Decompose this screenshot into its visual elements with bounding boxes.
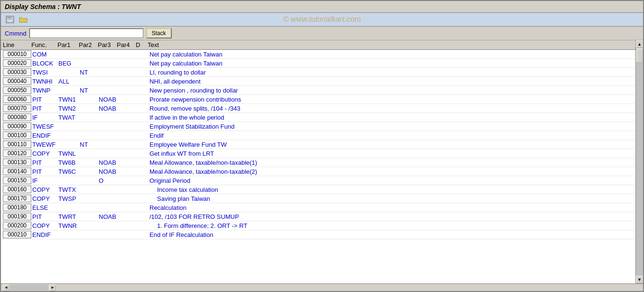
cell-par3: O: [98, 177, 117, 184]
cell-func: ELSE: [31, 204, 57, 211]
cell-text: Saving plan Taiwan: [148, 195, 634, 202]
table-row[interactable]: 000170 COPY TWSP Saving plan Taiwan: [1, 194, 635, 203]
svg-rect-1: [7, 16, 12, 19]
cell-line: 000140: [3, 168, 31, 175]
cell-par1: TW6B: [57, 159, 79, 166]
cell-par3: NOAB: [98, 96, 117, 103]
cell-text: New pension , rounding to dollar: [148, 87, 634, 94]
cell-par2: NT: [79, 87, 98, 94]
cell-func: IF: [31, 177, 57, 184]
header-par2: Par2: [79, 41, 98, 48]
table-row[interactable]: 000010 COM Net pay calculation Taiwan: [1, 50, 635, 59]
cell-line: 000030: [3, 68, 31, 76]
scroll-up-arrow[interactable]: ▲: [636, 40, 644, 48]
header-text: Text: [148, 41, 634, 48]
table-row[interactable]: 000060 PIT TWN1 NOAB Prorate newpension …: [1, 95, 635, 104]
table-row[interactable]: 000070 PIT TWN2 NOAB Round, remove split…: [1, 104, 635, 113]
scroll-down-arrow[interactable]: ▼: [636, 276, 644, 283]
stack-button[interactable]: Stack: [146, 28, 172, 38]
cell-text: Endif: [148, 132, 634, 139]
cell-line: 000190: [3, 213, 31, 220]
table-row[interactable]: 000020 BLOCK BEG Net pay calculation Tai…: [1, 59, 635, 68]
table-row[interactable]: 000040 TWNHI ALL NHI, all dependent: [1, 77, 635, 86]
cell-func: TWSI: [31, 69, 57, 76]
cell-func: COM: [31, 51, 57, 58]
table-row[interactable]: 000050 TWNP NT New pension , rounding to…: [1, 86, 635, 95]
cell-func: ENDIF: [31, 231, 57, 238]
header-par1: Par1: [57, 41, 79, 48]
header-par3: Par3: [98, 41, 117, 48]
table-row[interactable]: 000140 PIT TW6C NOAB Meal Allowance, tax…: [1, 167, 635, 176]
cell-par3: NOAB: [98, 105, 117, 112]
cell-line: 000200: [3, 222, 31, 229]
cell-func: ENDIF: [31, 132, 57, 139]
watermark: © www.tutorialkart.com: [283, 15, 361, 24]
cell-text: LI, rounding to dollar: [148, 69, 634, 76]
cell-par1: BEG: [57, 60, 79, 67]
cell-func: PIT: [31, 159, 57, 166]
save-icon[interactable]: [5, 15, 15, 24]
cell-text: Round, remove splits, /104 - /343: [148, 105, 634, 112]
main-window: Display Schema : TWNT © www.tutorialkart…: [0, 0, 644, 292]
cell-line: 000120: [3, 150, 31, 157]
table-row[interactable]: 000080 IF TWAT If active in the whole pe…: [1, 113, 635, 122]
cell-line: 000070: [3, 104, 31, 112]
scroll-right-arrow[interactable]: ►: [49, 284, 56, 291]
toolbar-icons: [5, 15, 28, 24]
cell-text: Net pay calculation Taiwan: [148, 60, 634, 67]
cell-par2: NT: [79, 141, 98, 148]
bottom-scroll: ◄ ►: [3, 284, 56, 291]
cell-func: COPY: [31, 222, 57, 229]
h-scroll-track[interactable]: [10, 285, 48, 291]
cell-func: TWNP: [31, 87, 57, 94]
table-row[interactable]: 000090 TWESF Employment Stabilization Fu…: [1, 122, 635, 131]
scroll-thumb[interactable]: [636, 48, 643, 63]
header-d: D: [136, 41, 148, 48]
cell-line: 000040: [3, 77, 31, 85]
table-header: Line Func. Par1 Par2 Par3 Par4 D Text: [1, 40, 635, 50]
table-row[interactable]: 000190 PIT TWRT NOAB /102, /103 FOR RETR…: [1, 212, 635, 221]
table-row[interactable]: 000160 COPY TWTX Income tax calculation: [1, 185, 635, 194]
cell-par1: TWAT: [57, 114, 79, 121]
cell-line: 000170: [3, 195, 31, 202]
cell-line: 000010: [3, 50, 31, 58]
table-row[interactable]: 000030 TWSI NT LI, rounding to dollar: [1, 68, 635, 77]
cell-text: Employment Stabilization Fund: [148, 123, 634, 130]
cell-par1: ALL: [57, 78, 79, 85]
table-row[interactable]: 000100 ENDIF Endif: [1, 131, 635, 140]
table-row[interactable]: 000120 COPY TWNL Get influx WT from LRT: [1, 149, 635, 158]
cell-par3: NOAB: [98, 159, 117, 166]
cell-text: Income tax calculation: [148, 186, 634, 193]
cell-par1: TWRT: [57, 213, 79, 220]
command-input[interactable]: [29, 28, 143, 38]
cell-par1: TWNR: [57, 222, 79, 229]
cell-func: PIT: [31, 96, 57, 103]
table-row[interactable]: 000210 ENDIF End of IF Recalculation: [1, 230, 635, 239]
scroll-track[interactable]: [636, 48, 644, 276]
cell-text: Recalculation: [148, 204, 634, 211]
header-par4: Par4: [117, 41, 136, 48]
scrollbar-right[interactable]: ▲ ▼: [635, 40, 643, 283]
cell-func: COPY: [31, 195, 57, 202]
cell-func: TWEWF: [31, 141, 57, 148]
cell-par1: TWN2: [57, 105, 79, 112]
table-body: 000010 COM Net pay calculation Taiwan 00…: [1, 50, 635, 239]
cell-text: Get influx WT from LRT: [148, 150, 634, 157]
folder-icon[interactable]: [18, 15, 28, 24]
cell-par1: TWTX: [57, 186, 79, 193]
cell-line: 000080: [3, 113, 31, 121]
cell-par1: TWN1: [57, 96, 79, 103]
table-row[interactable]: 000150 IF O Original Period: [1, 176, 635, 185]
cell-line: 000130: [3, 159, 31, 166]
command-bar: Cmmnd Stack: [1, 27, 643, 40]
table-row[interactable]: 000200 COPY TWNR 1. Form difference; 2. …: [1, 221, 635, 230]
command-label[interactable]: Cmmnd: [5, 30, 27, 37]
cell-text: Net pay calculation Taiwan: [148, 51, 634, 58]
cell-par2: NT: [79, 69, 98, 76]
table-row[interactable]: 000130 PIT TW6B NOAB Meal Allowance, tax…: [1, 158, 635, 167]
svg-rect-2: [7, 19, 13, 22]
window-title: Display Schema : TWNT: [5, 3, 81, 10]
table-row[interactable]: 000180 ELSE Recalculation: [1, 203, 635, 212]
table-row[interactable]: 000110 TWEWF NT Employee Welfare Fund TW: [1, 140, 635, 149]
scroll-left-arrow[interactable]: ◄: [3, 284, 9, 291]
